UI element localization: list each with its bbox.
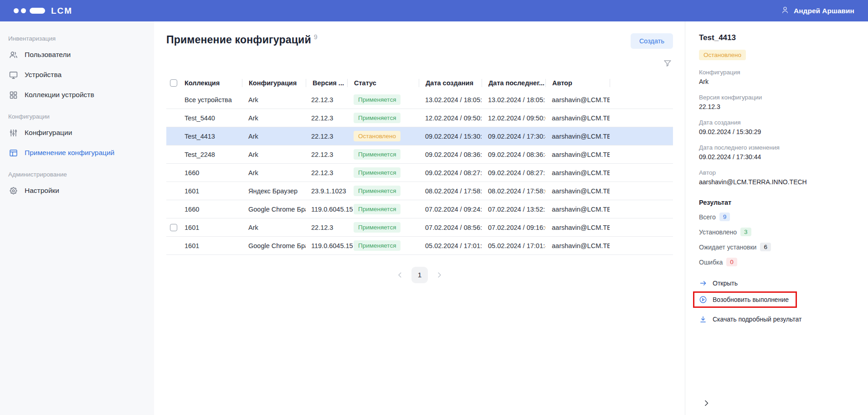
cell-author: aarshavin@LCM.TERRA.INNO.TECH	[545, 151, 610, 158]
monitor-icon	[8, 70, 18, 80]
result-label: Ошибка	[699, 259, 723, 266]
sidebar-item-users[interactable]: Пользователи	[0, 45, 154, 65]
filter-icon[interactable]	[663, 59, 672, 70]
pagination-page-1[interactable]: 1	[411, 267, 428, 283]
row-checkbox[interactable]	[170, 224, 177, 231]
status-badge: Применяется	[354, 113, 401, 123]
cell-config: Ark	[242, 169, 306, 176]
cell-created: 07.02.2024 / 08:56:02	[419, 224, 482, 231]
cell-status: Применяется	[347, 167, 419, 178]
main-header: Применение конфигураций9 Создать	[166, 33, 673, 49]
field-label: Конфигурация	[699, 69, 855, 76]
result-items: Всего9Установлено3Ожидает установки6Ошиб…	[699, 213, 855, 266]
cell-modified: 12.02.2024 / 09:50:00	[482, 114, 545, 122]
status-badge: Применяется	[354, 240, 401, 251]
sidebar-section-label: Конфигурации	[0, 105, 154, 123]
cell-version: 22.12.3	[306, 169, 347, 176]
cell-collection: 1601	[185, 224, 242, 231]
sidebar-item-label: Пользователи	[25, 51, 71, 59]
cell-config: Google Chrome Браузер	[242, 206, 306, 213]
details-title: Test_4413	[699, 33, 855, 42]
pagination-next-icon[interactable]	[435, 271, 443, 279]
column-header: Дата создания	[419, 79, 482, 87]
column-header: Версия ...	[306, 79, 347, 87]
cell-collection: Test_4413	[185, 133, 242, 140]
result-item: Всего9	[699, 213, 855, 221]
arrow-right-icon	[699, 279, 707, 287]
action-open[interactable]: Открыть	[699, 279, 738, 287]
table-row[interactable]: 1660Google Chrome Браузер119.0.6045.15Пр…	[166, 200, 673, 218]
lcm-logo: LCM	[14, 6, 72, 16]
details-field: Дата последнего изменения09.02.2024 / 17…	[699, 144, 855, 161]
select-all-cell	[166, 79, 185, 87]
field-label: Автор	[699, 169, 855, 176]
table-row[interactable]: Все устройстваArk22.12.3Применяется13.02…	[166, 91, 673, 109]
result-count-badge: 6	[760, 243, 771, 251]
sidebar-item-settings[interactable]: Настройки	[0, 181, 154, 201]
sidebar-item-config-apply[interactable]: Применение конфигураций	[0, 143, 154, 163]
table-header-row: КоллекцияКонфигурацияВерсия ...СтатусДат…	[166, 75, 673, 91]
pagination-prev-icon[interactable]	[396, 271, 404, 279]
users-icon	[8, 50, 18, 60]
result-title: Результат	[699, 199, 855, 206]
sidebar: ИнвентаризацияПользователиУстройстваКолл…	[0, 21, 154, 415]
action-label: Возобновить выполнение	[713, 296, 789, 303]
cell-modified: 07.02.2024 / 13:52:15	[482, 206, 545, 213]
user-menu[interactable]: Андрей Аршавин	[781, 5, 854, 16]
filter-row	[166, 59, 673, 70]
action-label: Скачать подробный результат	[713, 316, 801, 323]
sidebar-item-device-collections[interactable]: Коллекции устройств	[0, 85, 154, 105]
table-row[interactable]: 1601Google Chrome Браузер119.0.6045.15Пр…	[166, 237, 673, 255]
grid-icon	[8, 90, 18, 100]
cell-collection: 1601	[185, 242, 242, 249]
cell-config: Ark	[242, 151, 306, 158]
table-row[interactable]: Test_4413Ark22.12.3Остановлено09.02.2024…	[166, 127, 673, 145]
create-button[interactable]: Создать	[631, 33, 673, 49]
sidebar-item-label: Коллекции устройств	[25, 91, 94, 99]
cell-modified: 09.02.2024 / 08:27:12	[482, 169, 545, 176]
status-badge: Остановлено	[354, 131, 401, 141]
table-row[interactable]: Test_5440Ark22.12.3Применяется12.02.2024…	[166, 109, 673, 127]
action-resume-execution-highlighted[interactable]: Возобновить выполнение	[693, 291, 797, 308]
column-header: Статус	[347, 79, 419, 87]
column-header: Автор	[545, 79, 610, 87]
table-row[interactable]: 1601Яндекс Браузер23.9.1.1023Применяется…	[166, 182, 673, 200]
cell-collection: 1660	[185, 169, 242, 176]
cell-author: aarshavin@LCM.TERRA.INNO.TECH	[545, 114, 610, 122]
status-badge: Применяется	[354, 222, 401, 233]
status-badge: Применяется	[354, 186, 401, 196]
sidebar-section-label: Инвентаризация	[0, 27, 154, 45]
cell-modified: 07.02.2024 / 09:16:02	[482, 224, 545, 231]
sidebar-item-devices[interactable]: Устройства	[0, 65, 154, 85]
cell-modified: 09.02.2024 / 17:30:44	[482, 133, 545, 140]
cell-created: 09.02.2024 / 08:27:12	[419, 169, 482, 176]
field-value: Ark	[699, 78, 855, 85]
status-badge: Применяется	[354, 149, 401, 160]
cell-config: Ark	[242, 133, 306, 140]
table-row[interactable]: Test_2248Ark22.12.3Применяется09.02.2024…	[166, 145, 673, 164]
cell-status: Применяется	[347, 149, 419, 160]
cell-status: Применяется	[347, 94, 419, 105]
action-download-result[interactable]: Скачать подробный результат	[699, 315, 801, 323]
cell-author: aarshavin@LCM.TERRA.INNO.TECH	[545, 224, 610, 231]
details-field: Дата создания09.02.2024 / 15:30:29	[699, 119, 855, 135]
table-row[interactable]: 1601Ark22.12.3Применяется07.02.2024 / 08…	[166, 218, 673, 237]
sidebar-section-label: Администрирование	[0, 163, 154, 181]
cell-author: aarshavin@LCM.TERRA.INNO.TECH	[545, 169, 610, 176]
cell-config: Ark	[242, 224, 306, 231]
field-label: Дата создания	[699, 119, 855, 126]
cell-author: aarshavin@LCM.TERRA.INNO.TECH	[545, 242, 610, 249]
details-fields: КонфигурацияArkВерсия конфигурации22.12.…	[699, 69, 855, 186]
column-header: Дата последнег...	[482, 79, 545, 87]
cell-config: Яндекс Браузер	[242, 187, 306, 195]
table-row[interactable]: 1660Ark22.12.3Применяется09.02.2024 / 08…	[166, 164, 673, 182]
sidebar-item-label: Конфигурации	[25, 129, 72, 137]
field-label: Версия конфигурации	[699, 94, 855, 101]
cell-status: Применяется	[347, 222, 419, 233]
sidebar-item-configurations[interactable]: Конфигурации	[0, 123, 154, 143]
logo-pill	[30, 8, 45, 14]
collapse-panel-button[interactable]	[702, 399, 711, 408]
select-all-checkbox[interactable]	[170, 79, 177, 87]
details-actions: ОткрытьВозобновить выполнениеСкачать под…	[699, 279, 855, 323]
details-panel: Test_4413 Остановлено КонфигурацияArkВер…	[685, 21, 868, 415]
